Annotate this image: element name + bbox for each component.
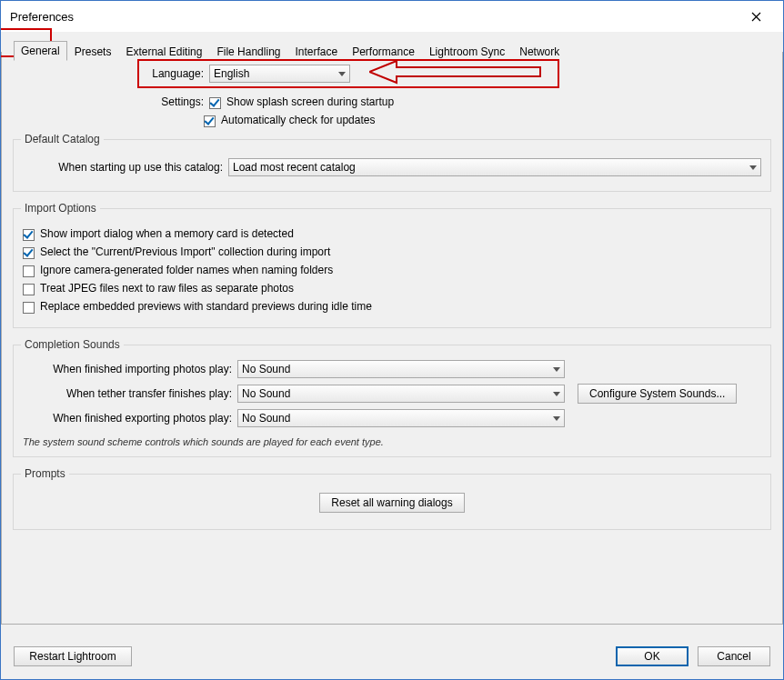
- import-checkbox[interactable]: [23, 284, 35, 295]
- settings-label: Settings:: [13, 95, 209, 108]
- group-prompts: Prompts Reset all warning dialogs: [13, 474, 771, 530]
- language-label: Language:: [13, 67, 209, 80]
- cancel-button[interactable]: Cancel: [698, 646, 770, 666]
- import-checkbox[interactable]: [23, 302, 35, 314]
- chevron-down-icon: [553, 367, 560, 372]
- import-label: Ignore camera-generated folder names whe…: [40, 264, 333, 276]
- splash-label: Show splash screen during startup: [226, 95, 394, 108]
- updates-checkbox[interactable]: [204, 115, 216, 127]
- group-title: Import Options: [21, 202, 100, 215]
- prompts-row: Reset all warning dialogs: [23, 493, 761, 513]
- import-label: Show import dialog when a memory card is…: [40, 227, 294, 240]
- import-checkbox[interactable]: [23, 229, 35, 241]
- group-title: Prompts: [21, 467, 69, 480]
- import-option-3: Treat JPEG files next to raw files as se…: [23, 282, 761, 295]
- dialog-buttons: Restart Lightroom OK Cancel: [14, 646, 770, 666]
- import-option-4: Replace embedded previews with standard …: [23, 300, 761, 313]
- chevron-down-icon: [553, 416, 560, 421]
- import-label: Treat JPEG files next to raw files as se…: [40, 282, 294, 295]
- tab-panel-general: Language: English Settings: Show splash …: [1, 52, 783, 625]
- group-import-options: Import Options Show import dialog when a…: [13, 208, 771, 328]
- sound-label: When tether transfer finishes play:: [23, 387, 237, 400]
- ok-button[interactable]: OK: [616, 646, 689, 666]
- sound-row-import: When finished importing photos play: No …: [23, 360, 761, 378]
- sound-select-import[interactable]: No Sound: [237, 360, 565, 378]
- sound-value: No Sound: [242, 412, 290, 425]
- close-icon: [751, 12, 761, 22]
- import-option-0: Show import dialog when a memory card is…: [23, 227, 761, 240]
- sound-row-tether: When tether transfer finishes play: No S…: [23, 384, 761, 404]
- close-button[interactable]: [738, 1, 774, 32]
- tab-general[interactable]: General: [14, 41, 67, 61]
- default-catalog-select[interactable]: Load most recent catalog: [228, 158, 761, 176]
- import-option-1: Select the "Current/Previous Import" col…: [23, 245, 761, 258]
- chevron-down-icon: [338, 72, 346, 76]
- import-checkbox[interactable]: [23, 247, 35, 259]
- sound-select-export[interactable]: No Sound: [237, 409, 565, 427]
- language-value: English: [214, 67, 249, 80]
- language-select[interactable]: English: [209, 65, 350, 83]
- title-bar: Preferences: [1, 1, 783, 32]
- language-row: Language: English: [13, 65, 771, 83]
- sound-note: The system sound scheme controls which s…: [23, 436, 761, 447]
- ok-label: OK: [644, 650, 659, 663]
- group-title: Default Catalog: [21, 133, 104, 145]
- import-label: Replace embedded previews with standard …: [40, 300, 372, 313]
- dialog-body: General Presets External Editing File Ha…: [1, 32, 783, 679]
- cancel-label: Cancel: [717, 650, 750, 663]
- default-catalog-label: When starting up use this catalog:: [23, 161, 228, 174]
- chevron-down-icon: [749, 165, 757, 170]
- default-catalog-value: Load most recent catalog: [233, 161, 356, 174]
- sound-select-tether[interactable]: No Sound: [237, 385, 565, 403]
- sound-label: When finished exporting photos play:: [23, 412, 237, 425]
- import-checkbox[interactable]: [23, 265, 35, 277]
- configure-sounds-label: Configure System Sounds...: [589, 387, 725, 400]
- group-completion-sounds: Completion Sounds When finished importin…: [13, 345, 771, 457]
- updates-label: Automatically check for updates: [221, 114, 375, 126]
- sound-label: When finished importing photos play:: [23, 363, 237, 375]
- group-default-catalog: Default Catalog When starting up use thi…: [13, 139, 771, 192]
- group-title: Completion Sounds: [21, 338, 124, 351]
- import-option-2: Ignore camera-generated folder names whe…: [23, 264, 761, 276]
- reset-warnings-button[interactable]: Reset all warning dialogs: [319, 493, 464, 513]
- window-title: Preferences: [10, 10, 74, 24]
- import-label: Select the "Current/Previous Import" col…: [40, 245, 330, 258]
- tab-label: General: [21, 45, 60, 57]
- sound-value: No Sound: [242, 363, 290, 375]
- settings-row-updates: Automatically check for updates: [13, 114, 771, 126]
- restart-button[interactable]: Restart Lightroom: [14, 646, 132, 666]
- reset-warnings-label: Reset all warning dialogs: [331, 496, 452, 509]
- sound-row-export: When finished exporting photos play: No …: [23, 409, 761, 427]
- default-catalog-row: When starting up use this catalog: Load …: [23, 158, 761, 176]
- chevron-down-icon: [553, 392, 560, 396]
- settings-row-splash: Settings: Show splash screen during star…: [13, 95, 771, 108]
- sound-value: No Sound: [242, 387, 290, 400]
- restart-label: Restart Lightroom: [29, 650, 116, 663]
- splash-checkbox[interactable]: [209, 97, 221, 109]
- configure-sounds-button[interactable]: Configure System Sounds...: [578, 384, 737, 404]
